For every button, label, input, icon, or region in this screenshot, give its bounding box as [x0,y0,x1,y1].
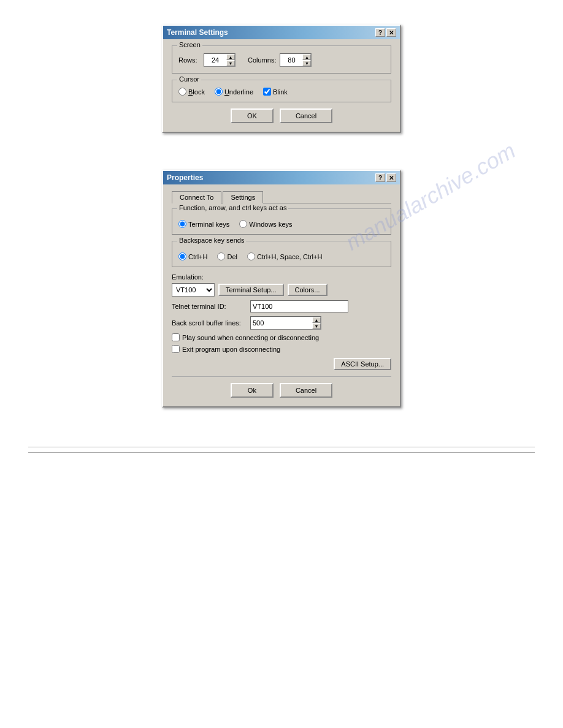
cursor-underline-radio[interactable] [215,88,223,96]
properties-dialog: Properties ? ✕ Connect To Settings Funct… [162,170,401,408]
terminal-settings-content: Screen Rows: ▲ ▼ Columns: [163,39,400,132]
screen-group-row: Rows: ▲ ▼ Columns: [178,51,385,67]
backscroll-input[interactable] [251,317,312,329]
terminal-settings-ok-button[interactable]: OK [231,108,274,123]
properties-title: Properties [167,173,203,182]
properties-cancel-button[interactable]: Cancel [280,383,332,398]
emulation-row: VT100 Terminal Setup... Colors... [172,283,391,297]
backspace-group: Backspace key sends Ctrl+H Del Ctrl+H, S… [172,241,391,267]
titlebar-buttons: ? ✕ [375,28,396,37]
bottom-hr-1 [28,447,535,447]
del-radio-label[interactable]: Del [217,252,237,260]
terminal-settings-button-row: OK Cancel [172,108,391,123]
ctrl-h-radio[interactable] [178,252,186,260]
help-button[interactable]: ? [375,28,385,37]
properties-titlebar: Properties ? ✕ [163,171,400,184]
cursor-block-radio[interactable] [178,88,186,96]
rows-spinner-buttons: ▲ ▼ [226,54,235,66]
terminal-settings-title: Terminal Settings [167,28,228,37]
emulation-section: Emulation: VT100 Terminal Setup... Color… [172,273,391,297]
ctrl-h-space-label: Ctrl+H, Space, Ctrl+H [257,253,322,260]
cursor-block-label: Block [188,88,205,96]
backscroll-row: Back scroll buffer lines: ▲ ▼ [172,316,391,330]
cursor-blink-label: Blink [273,88,288,96]
terminal-keys-radio-label[interactable]: Terminal keys [178,220,229,228]
exit-program-label: Exit program upon disconnecting [182,346,280,353]
ascii-setup-button[interactable]: ASCII Setup... [334,358,391,370]
columns-spinner-buttons: ▲ ▼ [302,54,311,66]
backspace-radio-group: Ctrl+H Del Ctrl+H, Space, Ctrl+H [178,252,385,260]
ctrl-h-space-radio[interactable] [247,252,255,260]
exit-program-row: Exit program upon disconnecting [172,345,391,353]
properties-ok-button[interactable]: Ok [231,383,274,398]
ctrl-h-label: Ctrl+H [188,253,207,260]
telnet-label: Telnet terminal ID: [172,303,245,310]
exit-program-checkbox[interactable] [172,345,180,353]
cursor-underline-radio-label[interactable]: Underline [215,88,253,96]
screen-group: Screen Rows: ▲ ▼ Columns: [172,45,391,74]
colors-button[interactable]: Colors... [288,284,327,296]
columns-label: Columns: [248,56,276,64]
rows-input[interactable] [204,54,226,66]
backspace-group-label: Backspace key sends [177,237,246,244]
columns-down-btn[interactable]: ▼ [302,60,311,66]
cursor-group-row: Block Underline Blink [178,88,385,96]
cursor-blink-checkbox-label[interactable]: Blink [263,88,288,96]
rows-spinner-group: Rows: ▲ ▼ [178,53,236,67]
properties-divider [172,376,391,377]
columns-up-btn[interactable]: ▲ [302,54,311,60]
backscroll-up-btn[interactable]: ▲ [312,317,321,323]
play-sound-row: Play sound when connecting or disconnect… [172,333,391,341]
rows-up-btn[interactable]: ▲ [226,54,235,60]
columns-spinner-group: Columns: ▲ ▼ [248,53,312,67]
close-button[interactable]: ✕ [386,28,396,37]
terminal-keys-label: Terminal keys [188,221,229,228]
backscroll-label: Back scroll buffer lines: [172,319,245,327]
page-container: manualarchive.com Terminal Settings ? ✕ … [0,0,563,728]
emulation-label: Emulation: [172,273,391,281]
del-label: Del [227,253,237,260]
function-keys-radio-group: Terminal keys Windows keys [178,220,385,228]
ascii-setup-row: ASCII Setup... [172,358,391,370]
backscroll-input-wrap: ▲ ▼ [250,316,321,330]
terminal-settings-cancel-button[interactable]: Cancel [280,108,332,123]
terminal-settings-dialog: Terminal Settings ? ✕ Screen Rows: ▲ [162,25,401,133]
terminal-keys-radio[interactable] [178,220,186,228]
ctrl-h-space-radio-label[interactable]: Ctrl+H, Space, Ctrl+H [247,252,322,260]
windows-keys-radio[interactable] [239,220,247,228]
ctrl-h-radio-label[interactable]: Ctrl+H [178,252,207,260]
play-sound-checkbox[interactable] [172,333,180,341]
properties-help-button[interactable]: ? [375,173,385,182]
properties-button-row: Ok Cancel [172,383,391,398]
cursor-group: Cursor Block Underline Blink [172,80,391,102]
columns-input[interactable] [280,54,302,66]
windows-keys-radio-label[interactable]: Windows keys [239,220,292,228]
windows-keys-label: Windows keys [249,221,292,228]
function-keys-group: Function, arrow, and ctrl keys act as Te… [172,208,391,235]
rows-down-btn[interactable]: ▼ [226,60,235,66]
screen-group-label: Screen [177,41,202,48]
bottom-hr-2 [28,452,535,453]
backscroll-spinner-buttons: ▲ ▼ [312,317,321,329]
rows-label: Rows: [178,56,200,64]
properties-close-button[interactable]: ✕ [386,173,396,182]
cursor-underline-label: Underline [224,88,253,96]
telnet-input[interactable] [250,300,348,313]
tab-settings[interactable]: Settings [223,191,263,203]
columns-spinner-wrap: ▲ ▼ [280,53,312,67]
backscroll-down-btn[interactable]: ▼ [312,323,321,329]
cursor-group-label: Cursor [177,75,201,83]
del-radio[interactable] [217,252,225,260]
tab-bar: Connect To Settings [172,191,391,203]
terminal-setup-button[interactable]: Terminal Setup... [218,284,284,296]
properties-content: Connect To Settings Function, arrow, and… [163,184,400,406]
telnet-row: Telnet terminal ID: [172,300,391,313]
function-keys-group-label: Function, arrow, and ctrl keys act as [177,204,288,211]
play-sound-label: Play sound when connecting or disconnect… [182,334,319,341]
cursor-blink-checkbox[interactable] [263,88,271,96]
terminal-settings-titlebar: Terminal Settings ? ✕ [163,26,400,39]
emulation-select[interactable]: VT100 [172,283,215,297]
tab-connect-to[interactable]: Connect To [172,191,221,203]
cursor-block-radio-label[interactable]: Block [178,88,205,96]
properties-titlebar-buttons: ? ✕ [375,173,396,182]
